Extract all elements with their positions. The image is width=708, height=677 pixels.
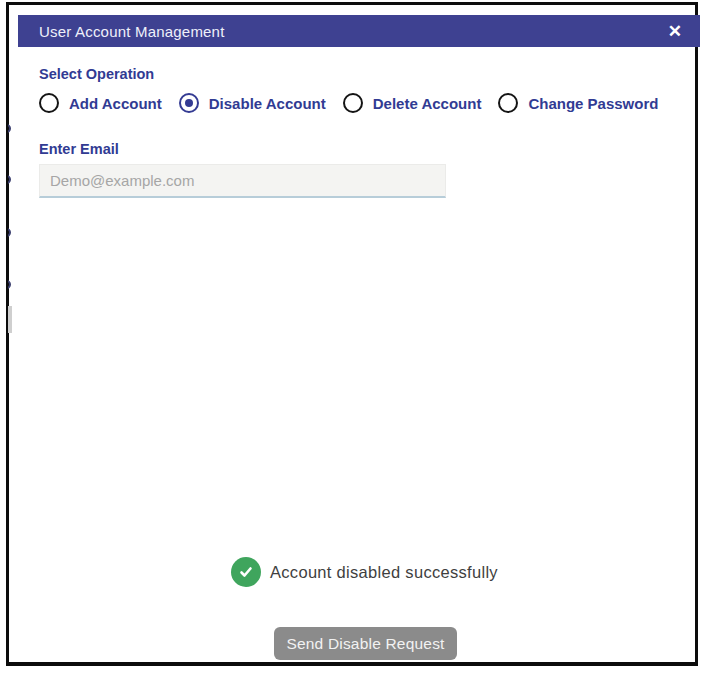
dialog-window: User Account Management ✕ Select Operati… — [6, 2, 698, 666]
radio-icon[interactable] — [39, 93, 59, 113]
left-edge-artifact — [8, 175, 14, 185]
left-edge-scroll-artifact — [8, 306, 12, 333]
dialog-title: User Account Management — [39, 23, 664, 40]
radio-add-account[interactable]: Add Account — [39, 93, 162, 113]
operation-radio-group: Add Account Disable Account Delete Accou… — [39, 93, 658, 113]
radio-icon[interactable] — [343, 93, 363, 113]
dialog-titlebar: User Account Management ✕ — [18, 15, 700, 47]
radio-icon[interactable] — [498, 93, 518, 113]
radio-label: Add Account — [69, 95, 162, 112]
radio-label: Change Password — [528, 95, 658, 112]
radio-label: Delete Account — [373, 95, 482, 112]
radio-icon[interactable] — [179, 93, 199, 113]
radio-change-password[interactable]: Change Password — [498, 93, 658, 113]
enter-email-label: Enter Email — [39, 141, 119, 157]
radio-delete-account[interactable]: Delete Account — [343, 93, 482, 113]
select-operation-label: Select Operation — [39, 66, 154, 82]
left-edge-artifact — [8, 280, 14, 290]
email-input[interactable] — [39, 164, 446, 198]
check-icon — [231, 557, 261, 587]
radio-label: Disable Account — [209, 95, 326, 112]
close-icon[interactable]: ✕ — [664, 21, 686, 42]
status-message: Account disabled successfully — [270, 563, 498, 582]
send-disable-request-button[interactable]: Send Disable Request — [274, 627, 457, 660]
left-edge-artifact — [8, 124, 14, 134]
left-edge-artifact — [8, 228, 14, 238]
status-message-row: Account disabled successfully — [231, 557, 498, 587]
radio-disable-account[interactable]: Disable Account — [179, 93, 326, 113]
